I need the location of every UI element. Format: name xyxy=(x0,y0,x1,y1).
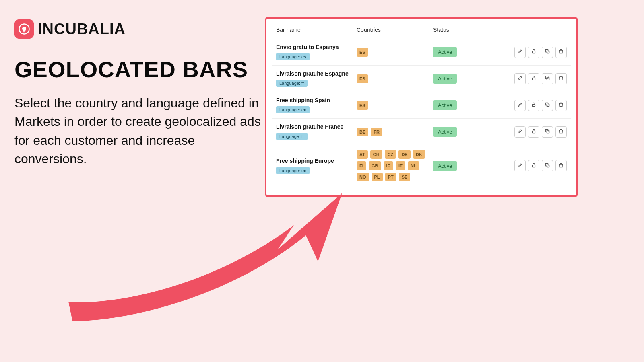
pencil-icon xyxy=(517,49,523,56)
language-chip: Language: fr xyxy=(276,80,308,87)
bar-name: Free shipping Europe xyxy=(276,158,357,164)
table-row: Livraison gratuite EspagneLanguage: frES… xyxy=(272,66,571,92)
country-chip: IT xyxy=(396,161,405,170)
lock-icon xyxy=(531,128,537,135)
svg-rect-11 xyxy=(533,131,535,133)
table-row: Free shipping EuropeLanguage: enATCHCZDE… xyxy=(272,145,571,186)
delete-button[interactable] xyxy=(555,126,567,138)
copy-button[interactable] xyxy=(542,126,553,138)
table-row: Free shipping SpainLanguage: enESActive xyxy=(272,92,571,119)
lock-icon xyxy=(531,102,537,109)
copy-button[interactable] xyxy=(542,160,553,171)
page-description: Select the country and language defined … xyxy=(14,94,264,169)
copy-icon xyxy=(545,75,550,82)
trash-icon xyxy=(558,49,564,56)
pencil-icon xyxy=(517,162,523,169)
pencil-icon xyxy=(517,128,523,135)
delete-button[interactable] xyxy=(555,160,567,171)
trash-icon xyxy=(558,162,564,169)
status-badge: Active xyxy=(433,127,457,137)
page-title: GEOLOCATED BARS xyxy=(14,56,264,82)
trash-icon xyxy=(558,128,564,135)
country-chip: BE xyxy=(357,128,368,136)
col-header-countries: Countries xyxy=(357,27,433,33)
col-header-status: Status xyxy=(433,27,510,33)
copy-icon xyxy=(545,49,550,56)
country-chip: FR xyxy=(371,128,382,136)
table-row: Livraison gratuite FranceLanguage: frBEF… xyxy=(272,119,571,145)
country-chip: ES xyxy=(357,101,368,110)
delete-button[interactable] xyxy=(555,47,567,58)
language-chip: Language: es xyxy=(276,53,310,60)
country-chip: AT xyxy=(357,150,368,159)
status-badge: Active xyxy=(433,74,457,84)
country-chip: CH xyxy=(370,150,382,159)
lock-button[interactable] xyxy=(528,160,539,171)
country-chip: FI xyxy=(357,161,366,170)
country-chip: GB xyxy=(369,161,381,170)
brand-text: INCUBALIA xyxy=(38,21,126,38)
language-chip: Language: en xyxy=(276,106,310,113)
edit-button[interactable] xyxy=(514,100,526,111)
status-badge: Active xyxy=(433,161,457,171)
country-chip: SE xyxy=(399,173,411,181)
lock-button[interactable] xyxy=(528,73,539,84)
edit-button[interactable] xyxy=(514,160,526,171)
country-chip: NL xyxy=(408,161,419,170)
bar-name: Envío gratuito Espanya xyxy=(276,44,357,50)
country-chip: CZ xyxy=(385,150,396,159)
col-header-bar-name: Bar name xyxy=(276,27,357,33)
country-chip: ES xyxy=(357,74,368,83)
lock-button[interactable] xyxy=(528,47,539,58)
lock-icon xyxy=(531,75,537,82)
bar-name: Free shipping Spain xyxy=(276,97,357,103)
language-chip: Language: en xyxy=(276,167,310,174)
copy-button[interactable] xyxy=(542,73,553,84)
copy-icon xyxy=(545,102,550,109)
lock-icon xyxy=(531,162,537,169)
bar-name: Livraison gratuite France xyxy=(276,123,357,130)
language-chip: Language: fr xyxy=(276,133,308,140)
bars-table-panel: Bar name Countries Status Envío gratuito… xyxy=(265,17,578,197)
bar-name: Livraison gratuite Espagne xyxy=(276,70,357,77)
country-chip: IE xyxy=(384,161,393,170)
edit-button[interactable] xyxy=(514,73,526,84)
copy-icon xyxy=(545,162,550,169)
table-row: Envío gratuito EspanyaLanguage: esESActi… xyxy=(272,39,571,66)
svg-rect-2 xyxy=(533,51,535,53)
lock-button[interactable] xyxy=(528,100,539,111)
country-chip: NO xyxy=(357,173,369,181)
edit-button[interactable] xyxy=(514,126,526,138)
table-header-row: Bar name Countries Status xyxy=(272,23,571,39)
svg-rect-14 xyxy=(533,165,535,167)
country-chip: DK xyxy=(413,150,425,159)
status-badge: Active xyxy=(433,100,457,110)
status-badge: Active xyxy=(433,47,457,57)
svg-rect-5 xyxy=(533,78,535,80)
trash-icon xyxy=(558,75,564,82)
logo: INCUBALIA xyxy=(14,19,264,39)
arrow-decoration xyxy=(68,181,366,326)
bulb-icon xyxy=(14,19,34,39)
delete-button[interactable] xyxy=(555,73,567,84)
copy-icon xyxy=(545,128,550,135)
copy-button[interactable] xyxy=(542,47,553,58)
country-chip: PL xyxy=(372,173,383,181)
lock-button[interactable] xyxy=(528,126,539,138)
pencil-icon xyxy=(517,75,523,82)
trash-icon xyxy=(558,102,564,109)
country-chip: DE xyxy=(398,150,410,159)
svg-rect-1 xyxy=(23,31,25,32)
lock-icon xyxy=(531,49,537,56)
svg-rect-8 xyxy=(533,104,535,106)
copy-button[interactable] xyxy=(542,100,553,111)
edit-button[interactable] xyxy=(514,47,526,58)
country-chip: ES xyxy=(357,48,368,57)
delete-button[interactable] xyxy=(555,100,567,111)
country-chip: PT xyxy=(385,173,396,181)
pencil-icon xyxy=(517,102,523,109)
